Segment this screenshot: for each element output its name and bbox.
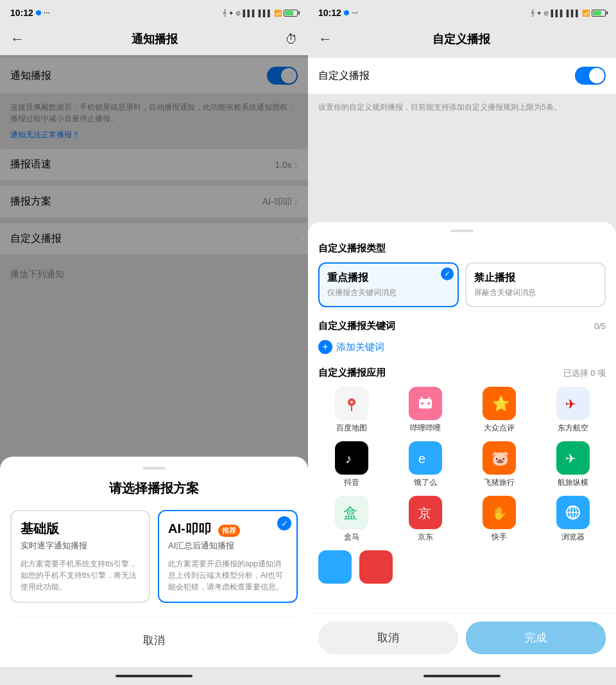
status-time-right: 10:12 ··· xyxy=(318,8,358,18)
app-section-header: 自定义播报应用 已选择 0 项 xyxy=(318,367,606,379)
app-name-hema: 盒马 xyxy=(344,532,359,543)
status-dot-left xyxy=(36,10,41,15)
app-item-tiktok[interactable]: ♪ 抖音 xyxy=(318,441,384,488)
app-item-jd[interactable]: 京 京东 xyxy=(392,496,458,543)
app-item-lvmama[interactable]: ✈ 航旅纵横 xyxy=(540,441,606,488)
back-button-left[interactable]: ← xyxy=(10,31,24,47)
type-card-desc-0: 仅播报含关键词消息 xyxy=(327,287,450,298)
app-icon-hema: 盒 xyxy=(335,496,368,529)
home-bar-left xyxy=(116,675,193,677)
app-name-dianping: 大众点评 xyxy=(484,423,515,434)
app-item-fliggy[interactable]: 🐷 飞猪旅行 xyxy=(466,441,532,488)
app-item-dragonair[interactable]: ✈ 东方航空 xyxy=(540,387,606,434)
custom-bottom-sheet: 自定义播报类型 ✓ 重点播报 仅播报含关键词消息 禁止播报 屏蔽含关键词消息 自 xyxy=(308,222,616,667)
type-card-name-0: 重点播报 xyxy=(327,271,450,285)
battery-left xyxy=(284,10,298,17)
app-item-dianping[interactable]: ⭐ 大众点评 xyxy=(466,387,532,434)
cancel-button-left[interactable]: 取消 xyxy=(10,624,298,657)
app-icon-extra1 xyxy=(318,550,352,584)
history-icon-left[interactable]: ⏱ xyxy=(285,32,298,47)
status-bar-left: 10:12 ··· 𝄞 ✦ ⊘ ▌▌▌ ▌▌▌ 📶 xyxy=(0,0,308,23)
confirm-button-right[interactable]: 完成 xyxy=(466,622,606,654)
app-icon-dragonair: ✈ xyxy=(556,387,590,420)
type-card-desc-1: 屏蔽含关键词消息 xyxy=(474,287,597,298)
svg-text:盒: 盒 xyxy=(343,505,357,521)
app-item-extra2[interactable] xyxy=(359,550,393,584)
svg-point-3 xyxy=(421,402,424,405)
plan-desc-ai: 此方案需要开启播报的app通知消息上传到云端大模型分析，AI也可能会犯错，请考虑… xyxy=(168,558,287,593)
svg-rect-2 xyxy=(419,399,432,409)
custom-broadcast-desc: 设置你的自定义规则播报，目前能支持添加自定义播报规则上限为5条。 xyxy=(308,96,616,118)
sheet-handle xyxy=(142,467,166,469)
svg-text:✋: ✋ xyxy=(492,505,508,521)
plan-check-icon: ✓ xyxy=(277,516,291,530)
type-card-highlight[interactable]: ✓ 重点播报 仅播报含关键词消息 xyxy=(318,262,459,307)
toggle-custom-broadcast[interactable] xyxy=(575,67,606,85)
app-icon-browser xyxy=(556,496,590,529)
keyword-section-title: 自定义播报关键词 xyxy=(318,320,395,332)
app-item-extra1[interactable] xyxy=(318,550,352,584)
app-section-title: 自定义播报应用 xyxy=(318,367,386,379)
app-selected-count: 已选择 0 项 xyxy=(563,368,606,379)
cancel-button-right[interactable]: 取消 xyxy=(318,622,458,654)
app-item-kuaishou[interactable]: ✋ 快手 xyxy=(466,496,532,543)
home-indicator-left xyxy=(0,667,308,685)
plan-name-ai: AI-叩叩 推荐 xyxy=(168,520,287,537)
app-item-browser[interactable]: 浏览器 xyxy=(540,496,606,543)
sheet-title: 请选择播报方案 xyxy=(10,480,298,497)
keyword-section-header: 自定义播报关键词 0/5 xyxy=(318,320,606,332)
left-panel: 10:12 ··· 𝄞 ✦ ⊘ ▌▌▌ ▌▌▌ 📶 ← 通知播报 ⏱ 通知播报 … xyxy=(0,0,308,685)
app-icon-extra2 xyxy=(359,550,393,584)
status-bar-right: 10:12 ··· 𝄞 ✦ ⊘ ▌▌▌ ▌▌▌ 📶 xyxy=(308,0,616,23)
status-icons-right: 𝄞 ✦ ⊘ ▌▌▌ ▌▌▌ 📶 xyxy=(531,9,606,17)
app-icon-lvmama: ✈ xyxy=(556,441,590,475)
sheet-footer-left: 取消 xyxy=(10,616,298,667)
add-keyword-button[interactable]: + 添加关键词 xyxy=(318,340,606,354)
svg-line-5 xyxy=(421,397,423,399)
battery-right xyxy=(592,10,606,17)
type-check-icon: ✓ xyxy=(441,267,454,280)
plan-subtitle-basic: 实时逐字通知播报 xyxy=(21,540,140,552)
plan-subtitle-ai: AI汇总后通知播报 xyxy=(168,540,287,552)
page-title-left: 通知播报 xyxy=(132,31,178,47)
app-item-eleme[interactable]: e 饿了么 xyxy=(392,441,458,488)
app-icon-eleme: e xyxy=(409,441,442,475)
app-name-jd: 京东 xyxy=(418,532,433,543)
right-panel: 10:12 ··· 𝄞 ✦ ⊘ ▌▌▌ ▌▌▌ 📶 ← 自定义播报 自定义播报 … xyxy=(308,0,616,685)
plan-desc-basic: 此方案需要手机系统支持tts引擎，如您的手机不支持tts引擎，将无法使用此功能。 xyxy=(21,558,140,593)
plan-name-basic: 基础版 xyxy=(21,520,140,537)
plan-card-basic[interactable]: 基础版 实时逐字通知播报 此方案需要手机系统支持tts引擎，如您的手机不支持tt… xyxy=(10,510,150,603)
page-title-right: 自定义播报 xyxy=(432,31,490,47)
app-name-eleme: 饿了么 xyxy=(414,477,437,488)
svg-text:♪: ♪ xyxy=(345,452,352,466)
svg-point-1 xyxy=(350,401,353,403)
home-indicator-right xyxy=(308,667,616,685)
app-name-fliggy: 飞猪旅行 xyxy=(484,477,515,488)
content-area-left: 通知播报 连接且佩戴数据后，手机锁屏或息屏时，自动播报通知，此功能依赖系统通知授… xyxy=(0,55,308,667)
app-name-tiktok: 抖音 xyxy=(344,477,359,488)
svg-text:✈: ✈ xyxy=(565,397,576,411)
app-name-lvmama: 航旅纵横 xyxy=(558,477,588,488)
type-card-block[interactable]: 禁止播报 屏蔽含关键词消息 xyxy=(465,262,606,307)
app-item-hema[interactable]: 盒 盒马 xyxy=(318,496,384,543)
bottom-sheet-overlay-left[interactable]: 请选择播报方案 基础版 实时逐字通知播报 此方案需要手机系统支持tts引擎，如您… xyxy=(0,55,308,667)
status-icons-left: 𝄞 ✦ ⊘ ▌▌▌ ▌▌▌ 📶 xyxy=(223,9,298,17)
back-button-right[interactable]: ← xyxy=(318,31,332,47)
status-dot-right xyxy=(344,10,349,15)
setting-custom-broadcast: 自定义播报 xyxy=(308,58,616,94)
svg-text:✈: ✈ xyxy=(565,452,576,466)
home-bar-right xyxy=(424,675,501,677)
plan-bottom-sheet: 请选择播报方案 基础版 实时逐字通知播报 此方案需要手机系统支持tts引擎，如您… xyxy=(0,457,308,667)
app-name-browser: 浏览器 xyxy=(561,532,585,543)
app-grid: 百度地图 哔哩哔哩 ⭐ 大众点评 xyxy=(318,387,606,543)
plan-card-ai[interactable]: ✓ AI-叩叩 推荐 AI汇总后通知播报 此方案需要开启播报的app通知消息上传… xyxy=(158,510,298,603)
svg-text:⭐: ⭐ xyxy=(492,395,509,412)
content-area-right: 自定义播报 设置你的自定义规则播报，目前能支持添加自定义播报规则上限为5条。 自… xyxy=(308,55,616,667)
app-name-bilibili: 哔哩哔哩 xyxy=(410,423,441,434)
app-name-dragonair: 东方航空 xyxy=(558,423,588,434)
app-name-kuaishou: 快手 xyxy=(492,532,507,543)
type-section-title: 自定义播报类型 xyxy=(318,242,386,255)
custom-sheet-content: 自定义播报类型 ✓ 重点播报 仅播报含关键词消息 禁止播报 屏蔽含关键词消息 自 xyxy=(308,237,616,613)
app-item-bilibili[interactable]: 哔哩哔哩 xyxy=(392,387,458,434)
app-item-baidumap[interactable]: 百度地图 xyxy=(318,387,384,434)
